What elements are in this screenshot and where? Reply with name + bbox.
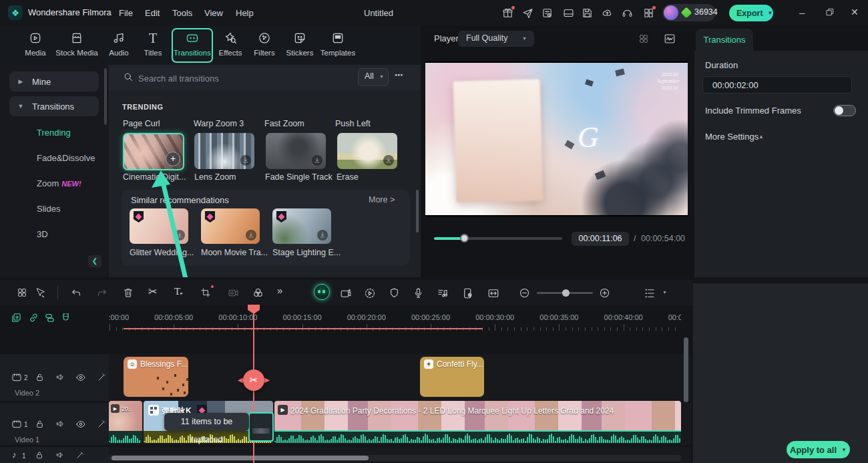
transition-thumb-erase[interactable] <box>337 133 397 169</box>
menu-help[interactable]: Help <box>236 8 254 18</box>
rec-name[interactable]: Stage Lighting E... <box>272 248 341 257</box>
mute-speaker-icon[interactable] <box>55 419 65 429</box>
export-button[interactable]: Export ▼ <box>729 5 773 21</box>
more-options-icon[interactable]: ⋯ <box>395 70 405 80</box>
trim-left-arrow-icon[interactable]: ◀ <box>238 376 243 383</box>
support-headset-icon[interactable] <box>622 7 633 19</box>
rec-thumb-stage-lighting[interactable] <box>272 208 331 244</box>
denoise-icon[interactable] <box>75 450 85 460</box>
gift-icon[interactable] <box>502 7 513 19</box>
zoom-out-icon[interactable] <box>519 287 530 299</box>
tab-audio[interactable]: Audio <box>104 29 134 63</box>
delete-icon[interactable] <box>123 287 134 298</box>
transition-name[interactable]: Fast Zoom <box>264 119 304 128</box>
menu-edit[interactable]: Edit <box>145 8 160 18</box>
multi-view-icon[interactable] <box>638 33 649 44</box>
redo-icon[interactable] <box>96 287 107 299</box>
link-clips-icon[interactable] <box>28 312 39 323</box>
speed-ramp-icon[interactable] <box>228 287 239 299</box>
add-transition-button[interactable]: + <box>166 152 180 166</box>
rec-thumb-glitter-wedding[interactable] <box>130 208 188 244</box>
menu-file[interactable]: File <box>119 8 133 18</box>
split-playhead-scissors[interactable]: ✂ <box>243 369 264 391</box>
manage-tracks-icon[interactable] <box>11 312 22 323</box>
rec-thumb-moon-movie[interactable] <box>201 208 260 244</box>
clip-video1-c[interactable]: ▶ 2024 Graduation Party Decorations - 2 … <box>274 401 681 443</box>
hscroll-thumb[interactable] <box>112 456 369 460</box>
lock-icon[interactable] <box>35 372 45 382</box>
sidebar-item-slides[interactable]: Slides <box>37 204 60 214</box>
tab-transitions[interactable]: Transitions <box>172 28 213 63</box>
tab-media[interactable]: Media <box>20 29 51 63</box>
task-list-icon[interactable] <box>541 7 553 19</box>
sidebar-group-mine[interactable]: ▶ Mine <box>9 71 99 92</box>
account-pill[interactable]: 36934 <box>662 4 716 21</box>
more-settings-label[interactable]: More Settings <box>705 132 758 142</box>
enhance-wand-icon[interactable] <box>97 419 107 429</box>
tab-effects[interactable]: Effects <box>215 29 246 63</box>
sidebar-scrollbar[interactable] <box>104 68 107 125</box>
menu-view[interactable]: View <box>204 8 223 18</box>
seek-bar[interactable] <box>434 237 562 240</box>
sidebar-item-zoom[interactable]: ZoomNEW! <box>37 178 81 188</box>
duration-input[interactable] <box>702 76 852 94</box>
voiceover-mic-icon[interactable] <box>413 287 424 299</box>
tab-stickers[interactable]: Stickers <box>283 29 316 63</box>
collapse-sidebar-button[interactable]: ❮ <box>88 255 101 267</box>
scopes-icon[interactable] <box>664 33 676 45</box>
audio-stretch-icon[interactable] <box>437 287 449 299</box>
snap-magnet-icon[interactable] <box>60 312 71 323</box>
transition-thumb-lens-zoom[interactable] <box>194 133 254 169</box>
zoom-in-icon[interactable] <box>599 287 610 299</box>
mask-shield-icon[interactable] <box>389 287 400 299</box>
transition-name[interactable]: Erase <box>337 172 359 182</box>
zoom-slider-handle[interactable] <box>562 289 570 297</box>
transition-name[interactable]: Page Curl <box>123 119 160 128</box>
hide-eye-icon[interactable] <box>75 419 86 430</box>
track-height-caret-icon[interactable]: ▼ <box>662 290 667 295</box>
transition-name[interactable]: Warp Zoom 3 <box>194 119 244 128</box>
text-tool-icon[interactable]: T▸ <box>174 286 183 297</box>
add-media-icon[interactable] <box>340 287 352 299</box>
properties-tab-transitions[interactable]: Transitions <box>696 29 753 51</box>
more-tools-icon[interactable]: » <box>277 285 282 296</box>
apply-to-all-button[interactable]: Apply to all ▼ <box>787 441 850 458</box>
transition-name-selected[interactable]: Cinematic Digit... <box>123 172 186 182</box>
restore-button[interactable] <box>825 7 835 17</box>
quality-dropdown[interactable]: Full Quality ▼ <box>458 31 534 47</box>
transition-thumb-fast-zoom[interactable] <box>266 133 326 169</box>
recommendations-more-link[interactable]: More > <box>369 195 395 204</box>
layout-panel-icon[interactable] <box>563 7 574 19</box>
clip-video1-a[interactable]: ▶ 20.. <box>109 401 142 443</box>
fit-timeline-icon[interactable] <box>487 287 499 299</box>
seek-handle[interactable] <box>460 234 469 243</box>
save-icon[interactable] <box>582 7 593 19</box>
rec-name[interactable]: Moon Movie Tra... <box>201 248 268 257</box>
clip-blessings[interactable]: ☺Blessings F... <box>124 357 188 397</box>
track-height-icon[interactable] <box>644 287 656 299</box>
time-ruler[interactable]: 00:00:00:0000:00:05:0000:00:10:0000:00:1… <box>109 305 681 333</box>
ai-assistant-icon[interactable] <box>314 284 330 300</box>
chevron-up-icon[interactable]: ▲ <box>758 134 764 140</box>
sidebar-item-3d[interactable]: 3D <box>37 229 48 239</box>
speed-control-icon[interactable] <box>364 287 376 299</box>
apps-grid-icon[interactable] <box>643 7 654 19</box>
download-icon[interactable] <box>383 155 394 166</box>
trim-right-arrow-icon[interactable]: ▶ <box>264 376 270 383</box>
download-icon[interactable] <box>174 230 185 241</box>
transition-drop-target[interactable] <box>248 412 274 442</box>
cloud-upload-icon[interactable] <box>602 7 613 19</box>
download-icon[interactable] <box>246 230 256 241</box>
close-button[interactable]: ✕ <box>851 7 859 17</box>
rec-name[interactable]: Glitter Wedding... <box>130 248 194 257</box>
sidebar-group-transitions[interactable]: ▼ Transitions <box>9 96 99 116</box>
timeline-hscrollbar[interactable] <box>109 455 681 461</box>
tab-stock-media[interactable]: Stock Media <box>53 29 100 63</box>
device-preview-icon[interactable] <box>462 287 474 299</box>
transition-name[interactable]: Fade Single Track <box>265 172 333 182</box>
tab-templates[interactable]: Templates <box>319 29 357 63</box>
library-scrollbar[interactable] <box>416 190 419 233</box>
lock-icon[interactable] <box>35 450 44 460</box>
clip-confetti[interactable]: ✦Confetti Fly... <box>420 357 484 397</box>
transition-name[interactable]: Lens Zoom <box>194 172 236 182</box>
